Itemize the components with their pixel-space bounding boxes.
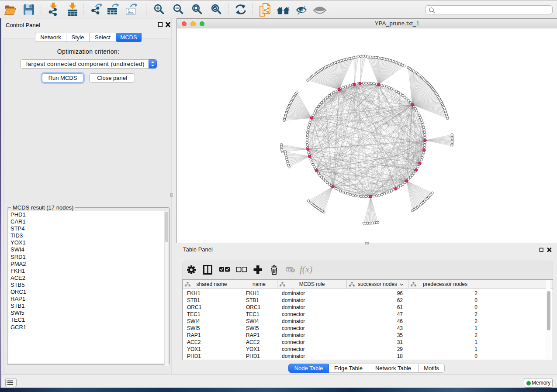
svg-text:f(x): f(x) bbox=[300, 264, 312, 275]
